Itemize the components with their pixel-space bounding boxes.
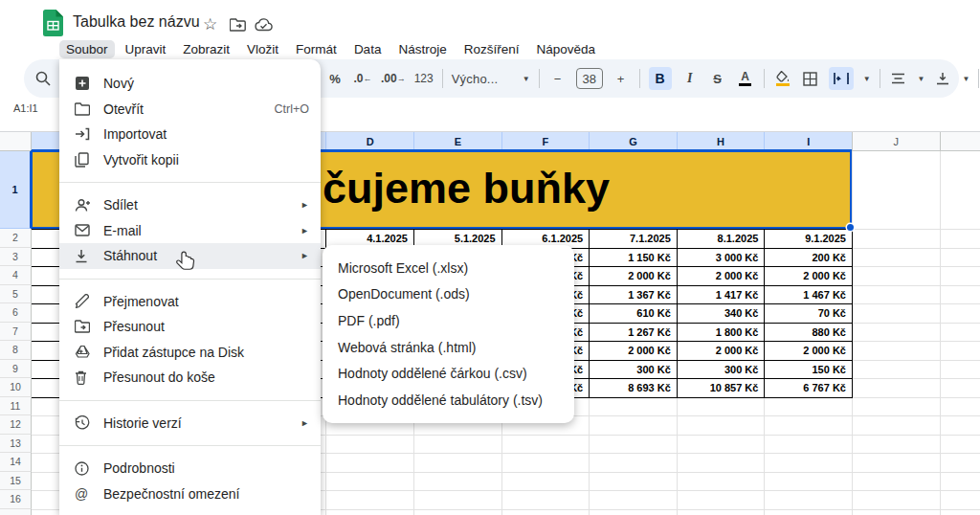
fill-color-button[interactable] xyxy=(773,67,792,90)
horizontal-align-caret-icon[interactable]: ▼ xyxy=(918,75,925,83)
menubar-item-nápověda[interactable]: Nápověda xyxy=(529,40,602,58)
move-folder-icon[interactable] xyxy=(230,18,246,32)
column-header-E[interactable]: E xyxy=(413,132,501,151)
row-header-1[interactable]: 1 xyxy=(0,151,32,229)
cloud-saved-icon[interactable] xyxy=(255,17,273,32)
menu-item-pridat-zastupce[interactable]: Přidat zástupce na Disk xyxy=(59,340,321,366)
cell-I9[interactable]: 150 Kč xyxy=(765,361,849,378)
cell-G6[interactable]: 610 Kč xyxy=(590,304,674,322)
borders-button[interactable] xyxy=(801,67,820,90)
text-color-button[interactable]: A xyxy=(736,67,755,90)
menu-item-vytvorit-kopii[interactable]: Vytvořit kopii xyxy=(59,147,321,173)
column-header-G[interactable]: G xyxy=(589,132,677,151)
cell-I6[interactable]: 70 Kč xyxy=(765,304,849,322)
menubar-item-nástroje[interactable]: Nástroje xyxy=(391,40,453,58)
font-caret-icon[interactable]: ▼ xyxy=(523,75,530,83)
menubar-item-soubor[interactable]: Soubor xyxy=(59,40,115,58)
cell-date[interactable]: 4.1.2025 xyxy=(326,230,411,247)
row-header-13[interactable]: 13 xyxy=(0,435,32,454)
submenu-item-xlsx[interactable]: Microsoft Excel (.xlsx) xyxy=(323,255,574,281)
strikethrough-button[interactable]: S xyxy=(708,67,727,90)
cell-H8[interactable]: 2 000 Kč xyxy=(678,342,762,359)
menu-item-importovat[interactable]: Importovat xyxy=(59,122,321,147)
cell-G5[interactable]: 1 367 Kč xyxy=(590,286,674,303)
select-all-corner[interactable] xyxy=(0,132,32,151)
cell-G4[interactable]: 2 000 Kč xyxy=(590,267,674,284)
star-icon[interactable]: ☆ xyxy=(203,16,217,33)
row-header-14[interactable]: 14 xyxy=(0,453,32,472)
cell-G7[interactable]: 1 267 Kč xyxy=(590,324,674,341)
menu-item-presunout-do-kose[interactable]: Přesunout do koše xyxy=(59,365,321,391)
submenu-item-tsv[interactable]: Hodnoty oddělené tabulátory (.tsv) xyxy=(323,387,574,414)
italic-button[interactable]: I xyxy=(680,67,700,90)
cell-date[interactable]: 5.1.2025 xyxy=(414,230,499,247)
more-formats-button[interactable]: 123 xyxy=(414,67,434,90)
row-header-7[interactable]: 7 xyxy=(0,323,32,342)
horizontal-align-button[interactable] xyxy=(889,67,908,90)
row-header-8[interactable]: 8 xyxy=(0,341,32,360)
submenu-item-ods[interactable]: OpenDocument (.ods) xyxy=(323,281,574,308)
decrease-font-button[interactable]: − xyxy=(548,67,568,90)
row-header-2[interactable]: 2 xyxy=(0,229,32,248)
menubar-item-upravit[interactable]: Upravit xyxy=(119,40,173,58)
merge-caret-icon[interactable]: ▼ xyxy=(863,75,871,83)
cell-H10[interactable]: 10 857 Kč xyxy=(678,379,762,396)
cell-date[interactable]: 7.1.2025 xyxy=(590,230,674,247)
cell-I10[interactable]: 6 767 Kč xyxy=(765,379,849,396)
cell-I7[interactable]: 880 Kč xyxy=(765,324,849,341)
cell-G10[interactable]: 8 693 Kč xyxy=(590,379,674,396)
decrease-decimals-button[interactable]: .0← xyxy=(353,67,372,90)
row-header-11[interactable]: 11 xyxy=(0,397,32,416)
menu-item-otevrit[interactable]: Otevřít Ctrl+O xyxy=(59,97,321,123)
cell-H7[interactable]: 1 800 Kč xyxy=(678,324,762,341)
row-header-10[interactable]: 10 xyxy=(0,378,32,397)
menu-item-novy[interactable]: Nový xyxy=(59,71,321,97)
cell-I8[interactable]: 2 000 Kč xyxy=(765,342,849,359)
fill-handle[interactable] xyxy=(847,224,854,231)
vertical-align-button[interactable] xyxy=(933,67,952,90)
menu-item-historie-verzi[interactable]: Historie verzí ► xyxy=(59,411,321,437)
menubar-item-formát[interactable]: Formát xyxy=(289,40,344,58)
increase-decimals-button[interactable]: .00→ xyxy=(381,67,406,90)
column-header-I[interactable]: I xyxy=(764,132,852,151)
menu-item-email[interactable]: E-mail ► xyxy=(59,218,321,244)
submenu-item-html[interactable]: Webová stránka (.html) xyxy=(323,334,574,361)
cell-I5[interactable]: 1 467 Kč xyxy=(765,286,849,303)
font-select[interactable]: Výcho... xyxy=(452,67,513,90)
menubar-item-data[interactable]: Data xyxy=(347,40,389,58)
font-size-input[interactable]: 38 xyxy=(576,68,603,89)
cell-G3[interactable]: 1 150 Kč xyxy=(590,249,674,266)
column-header-D[interactable]: D xyxy=(325,132,413,151)
cell-H5[interactable]: 1 417 Kč xyxy=(678,286,762,303)
menubar-item-vložit[interactable]: Vložit xyxy=(240,40,285,58)
bold-button[interactable]: B xyxy=(649,67,672,90)
name-box[interactable]: A1:I1 xyxy=(13,102,38,114)
search-icon[interactable] xyxy=(34,70,52,87)
cell-H3[interactable]: 3 000 Kč xyxy=(678,249,762,266)
cell-H6[interactable]: 340 Kč xyxy=(678,304,762,322)
cell-G8[interactable]: 2 000 Kč xyxy=(590,342,674,359)
menu-item-sdilet[interactable]: Sdílet ► xyxy=(59,192,321,218)
submenu-item-pdf[interactable]: PDF (.pdf) xyxy=(323,307,574,334)
column-header-J[interactable]: J xyxy=(852,132,940,151)
row-header-12[interactable]: 12 xyxy=(0,415,32,435)
menubar-item-rozšíření[interactable]: Rozšíření xyxy=(457,40,526,58)
column-header-F[interactable]: F xyxy=(501,132,590,151)
document-title[interactable]: Tabulka bez názvu xyxy=(73,13,200,31)
cell-H9[interactable]: 300 Kč xyxy=(678,361,762,378)
submenu-item-csv[interactable]: Hodnoty oddělené čárkou (.csv) xyxy=(323,360,574,387)
increase-font-button[interactable]: + xyxy=(612,67,631,90)
vertical-align-caret-icon[interactable]: ▼ xyxy=(962,75,969,83)
merge-cells-button[interactable] xyxy=(829,67,854,90)
sheets-logo-icon[interactable] xyxy=(43,10,63,36)
cell-date[interactable]: 9.1.2025 xyxy=(765,230,849,247)
row-header-9[interactable]: 9 xyxy=(0,360,32,379)
row-header-4[interactable]: 4 xyxy=(0,266,32,285)
cell-I4[interactable]: 2 000 Kč xyxy=(765,267,849,284)
cell-date[interactable]: 8.1.2025 xyxy=(678,230,762,247)
cell-date[interactable]: 6.1.2025 xyxy=(502,230,587,247)
menu-item-podrobnosti[interactable]: Podrobnosti xyxy=(59,456,321,481)
menubar-item-zobrazit[interactable]: Zobrazit xyxy=(176,40,236,58)
row-header-5[interactable]: 5 xyxy=(0,285,32,304)
row-header-3[interactable]: 3 xyxy=(0,248,32,267)
